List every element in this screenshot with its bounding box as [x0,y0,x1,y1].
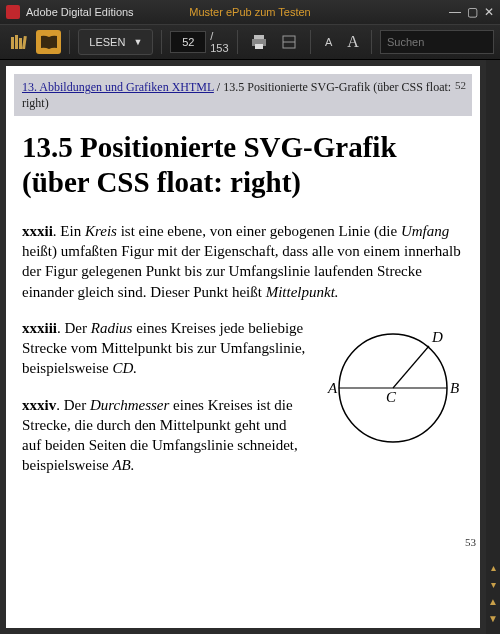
page-number-side: 53 [465,536,476,548]
book-open-icon [40,35,58,49]
separator [237,30,238,54]
maximize-button[interactable]: ▢ [467,5,478,19]
app-window: Adobe Digital Editions Muster ePub zum T… [0,0,500,634]
separator [371,30,372,54]
svg-text:A: A [327,380,338,396]
para-num: xxxii [22,223,53,239]
window-titlebar: Adobe Digital Editions Muster ePub zum T… [0,0,500,24]
page-icon [281,35,297,49]
content-area: 13. Abbildungen und Grafiken XHTML / 13.… [0,60,500,634]
svg-rect-0 [11,37,14,49]
page-number-top: 52 [455,78,466,93]
library-icon [11,35,27,49]
breadcrumb-chapter-link[interactable]: 13. Abbildungen und Grafiken XHTML [22,80,214,94]
svg-line-11 [393,346,429,388]
separator [310,30,311,54]
section-heading: 13.5 Positionierte SVG-Grafik (über CSS … [22,130,464,198]
page-total-label: / 153 [210,30,229,54]
minimize-button[interactable]: — [449,5,461,19]
para-num: xxxiv [22,397,56,413]
page-down-arrow-icon[interactable]: ▼ [488,613,498,624]
circle-svg: A B C D [319,322,464,452]
print-button[interactable] [246,30,272,54]
svg-rect-6 [255,44,263,49]
svg-rect-2 [19,38,22,49]
printer-icon [251,35,267,49]
separator [161,30,162,54]
page-shell: 13. Abbildungen und Grafiken XHTML / 13.… [0,60,486,634]
svg-rect-3 [22,36,27,49]
close-button[interactable]: ✕ [484,5,494,19]
svg-rect-1 [15,35,18,49]
toolbar: LESEN ▼ / 153 A A [0,24,500,60]
window-controls: — ▢ ✕ [449,5,494,19]
search-input[interactable] [380,30,494,54]
view-options-button[interactable] [276,30,302,54]
library-view-button[interactable] [6,30,32,54]
reading-mode-dropdown[interactable]: LESEN ▼ [78,29,153,55]
separator [69,30,70,54]
scroll-sidebar: ▴ ▾ ▲ ▼ [486,60,500,634]
app-name: Adobe Digital Editions [26,6,134,18]
paragraph-xxxii: xxxii. Ein Kreis ist eine ebene, von ein… [22,221,464,302]
reading-view-button[interactable] [36,30,62,54]
circle-figure: A B C D [319,322,464,452]
svg-rect-4 [254,35,264,39]
page-up-arrow-icon[interactable]: ▲ [488,596,498,607]
breadcrumb: 13. Abbildungen und Grafiken XHTML / 13.… [14,74,472,116]
reading-page: 13. Abbildungen und Grafiken XHTML / 13.… [6,66,480,628]
svg-text:B: B [450,380,459,396]
page-current-input[interactable] [170,31,206,53]
page-navigator: / 153 [170,30,229,54]
scroll-down-arrow-icon[interactable]: ▾ [491,579,496,590]
chevron-down-icon: ▼ [133,37,142,47]
app-logo-icon [6,5,20,19]
svg-text:C: C [386,389,397,405]
breadcrumb-sep: / [214,80,223,94]
reading-mode-label: LESEN [89,36,125,48]
svg-text:D: D [431,329,443,345]
font-increase-button[interactable]: A [343,33,363,51]
scroll-up-arrow-icon[interactable]: ▴ [491,562,496,573]
para-num: xxxiii [22,320,57,336]
font-decrease-button[interactable]: A [319,36,339,48]
